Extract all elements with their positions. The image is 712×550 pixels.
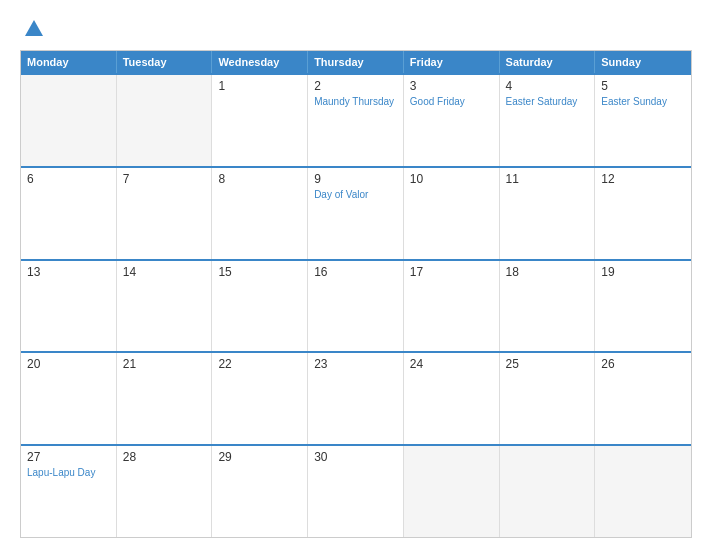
day-number: 22 bbox=[218, 357, 301, 371]
weekday-header-tuesday: Tuesday bbox=[117, 51, 213, 73]
calendar-cell bbox=[21, 75, 117, 166]
calendar-cell: 5Easter Sunday bbox=[595, 75, 691, 166]
day-number: 25 bbox=[506, 357, 589, 371]
day-number: 1 bbox=[218, 79, 301, 93]
day-number: 7 bbox=[123, 172, 206, 186]
calendar-cell: 17 bbox=[404, 261, 500, 352]
day-number: 17 bbox=[410, 265, 493, 279]
day-number: 23 bbox=[314, 357, 397, 371]
logo bbox=[20, 18, 45, 40]
calendar-cell: 14 bbox=[117, 261, 213, 352]
weekday-header-friday: Friday bbox=[404, 51, 500, 73]
calendar-body: 12Maundy Thursday3Good Friday4Easter Sat… bbox=[21, 73, 691, 537]
day-number: 18 bbox=[506, 265, 589, 279]
calendar-cell: 18 bbox=[500, 261, 596, 352]
weekday-header-wednesday: Wednesday bbox=[212, 51, 308, 73]
calendar-cell: 27Lapu-Lapu Day bbox=[21, 446, 117, 537]
day-number: 5 bbox=[601, 79, 685, 93]
weekday-header-saturday: Saturday bbox=[500, 51, 596, 73]
day-number: 15 bbox=[218, 265, 301, 279]
calendar-cell: 28 bbox=[117, 446, 213, 537]
day-number: 30 bbox=[314, 450, 397, 464]
holiday-name: Easter Sunday bbox=[601, 95, 685, 108]
calendar-cell bbox=[595, 446, 691, 537]
holiday-name: Day of Valor bbox=[314, 188, 397, 201]
day-number: 16 bbox=[314, 265, 397, 279]
calendar-cell bbox=[500, 446, 596, 537]
calendar-grid: MondayTuesdayWednesdayThursdayFridaySatu… bbox=[20, 50, 692, 538]
day-number: 29 bbox=[218, 450, 301, 464]
calendar-cell bbox=[117, 75, 213, 166]
logo-icon bbox=[23, 18, 45, 40]
calendar-cell: 24 bbox=[404, 353, 500, 444]
calendar-cell: 21 bbox=[117, 353, 213, 444]
calendar-cell: 25 bbox=[500, 353, 596, 444]
day-number: 11 bbox=[506, 172, 589, 186]
calendar-cell: 15 bbox=[212, 261, 308, 352]
day-number: 4 bbox=[506, 79, 589, 93]
day-number: 27 bbox=[27, 450, 110, 464]
day-number: 28 bbox=[123, 450, 206, 464]
calendar-cell: 26 bbox=[595, 353, 691, 444]
calendar-cell: 1 bbox=[212, 75, 308, 166]
day-number: 10 bbox=[410, 172, 493, 186]
weekday-header-thursday: Thursday bbox=[308, 51, 404, 73]
holiday-name: Lapu-Lapu Day bbox=[27, 466, 110, 479]
weekday-header-sunday: Sunday bbox=[595, 51, 691, 73]
calendar-cell: 7 bbox=[117, 168, 213, 259]
calendar-cell: 6 bbox=[21, 168, 117, 259]
day-number: 2 bbox=[314, 79, 397, 93]
day-number: 19 bbox=[601, 265, 685, 279]
calendar-cell: 3Good Friday bbox=[404, 75, 500, 166]
weekday-header-row: MondayTuesdayWednesdayThursdayFridaySatu… bbox=[21, 51, 691, 73]
day-number: 21 bbox=[123, 357, 206, 371]
day-number: 9 bbox=[314, 172, 397, 186]
day-number: 13 bbox=[27, 265, 110, 279]
day-number: 20 bbox=[27, 357, 110, 371]
calendar-week-5: 27Lapu-Lapu Day282930 bbox=[21, 444, 691, 537]
calendar-cell: 10 bbox=[404, 168, 500, 259]
calendar-cell: 16 bbox=[308, 261, 404, 352]
day-number: 24 bbox=[410, 357, 493, 371]
calendar-week-1: 12Maundy Thursday3Good Friday4Easter Sat… bbox=[21, 73, 691, 166]
calendar-cell: 11 bbox=[500, 168, 596, 259]
calendar-cell: 12 bbox=[595, 168, 691, 259]
day-number: 12 bbox=[601, 172, 685, 186]
day-number: 3 bbox=[410, 79, 493, 93]
calendar-week-4: 20212223242526 bbox=[21, 351, 691, 444]
calendar-cell: 8 bbox=[212, 168, 308, 259]
calendar-cell: 19 bbox=[595, 261, 691, 352]
weekday-header-monday: Monday bbox=[21, 51, 117, 73]
calendar-cell: 13 bbox=[21, 261, 117, 352]
calendar-cell: 29 bbox=[212, 446, 308, 537]
day-number: 26 bbox=[601, 357, 685, 371]
calendar-week-2: 6789Day of Valor101112 bbox=[21, 166, 691, 259]
calendar-cell: 22 bbox=[212, 353, 308, 444]
calendar-week-3: 13141516171819 bbox=[21, 259, 691, 352]
svg-marker-0 bbox=[25, 20, 43, 36]
page-header bbox=[20, 18, 692, 40]
calendar-cell: 2Maundy Thursday bbox=[308, 75, 404, 166]
day-number: 8 bbox=[218, 172, 301, 186]
day-number: 6 bbox=[27, 172, 110, 186]
holiday-name: Good Friday bbox=[410, 95, 493, 108]
day-number: 14 bbox=[123, 265, 206, 279]
calendar-cell: 4Easter Saturday bbox=[500, 75, 596, 166]
calendar-cell: 9Day of Valor bbox=[308, 168, 404, 259]
calendar-cell: 30 bbox=[308, 446, 404, 537]
calendar-page: MondayTuesdayWednesdayThursdayFridaySatu… bbox=[0, 0, 712, 550]
calendar-cell: 23 bbox=[308, 353, 404, 444]
holiday-name: Maundy Thursday bbox=[314, 95, 397, 108]
holiday-name: Easter Saturday bbox=[506, 95, 589, 108]
calendar-cell: 20 bbox=[21, 353, 117, 444]
calendar-cell bbox=[404, 446, 500, 537]
